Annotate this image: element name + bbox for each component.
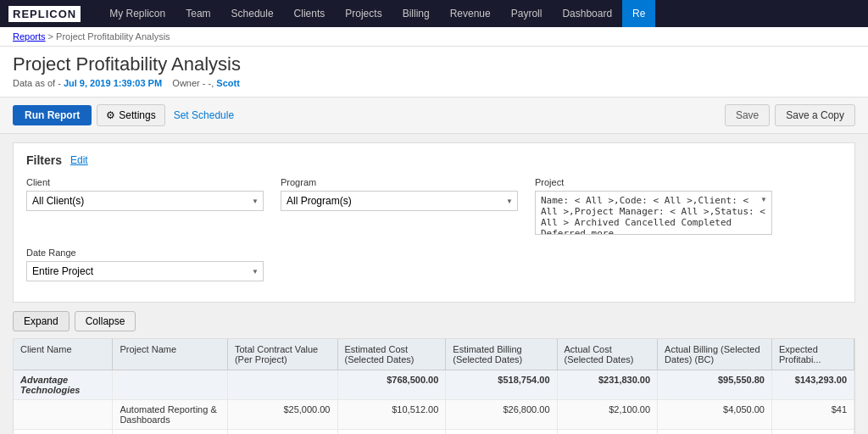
results-table-container: Client Name Project Name Total Contract …	[13, 338, 855, 434]
breadcrumb-current: Project Profitability Analysis	[56, 31, 170, 42]
col-client-name: Client Name	[14, 339, 113, 370]
filters-title: Filters	[26, 153, 62, 167]
cell-est-billing: $26,800.00	[446, 400, 557, 430]
logo-box: REPLICON	[8, 6, 81, 22]
meta-owner-separator: -,	[209, 78, 214, 88]
cell-client-name	[14, 430, 113, 435]
cell-project-name: Customer Billing System	[113, 430, 228, 435]
gear-icon: ⚙	[106, 109, 115, 121]
set-schedule-button[interactable]: Set Schedule	[170, 105, 237, 125]
nav-item-schedule[interactable]: Schedule	[221, 0, 284, 27]
nav-item-billing[interactable]: Billing	[392, 0, 440, 27]
page-title: Project Profitability Analysis	[13, 53, 855, 75]
cell-total-contract	[227, 370, 337, 400]
cell-est-cost: $768,500.00	[337, 370, 446, 400]
breadcrumb-separator: >	[48, 31, 56, 42]
cell-project-name	[113, 370, 228, 400]
table-body: Advantage Technologies $768,500.00 $518,…	[14, 370, 854, 435]
meta-owner: Scott	[216, 78, 240, 88]
date-range-select[interactable]: Entire Project	[26, 261, 264, 281]
nav-item-clients[interactable]: Clients	[284, 0, 336, 27]
cell-project-name: Automated Reporting & Dashboards	[113, 400, 228, 430]
filters-header: Filters Edit	[26, 153, 842, 167]
breadcrumb-parent[interactable]: Reports	[13, 31, 46, 42]
table-header-row: Client Name Project Name Total Contract …	[14, 339, 854, 370]
table-row: Automated Reporting & Dashboards $25,000…	[14, 400, 854, 430]
nav-items: My Replicon Team Schedule Clients Projec…	[99, 0, 868, 27]
nav-item-my-replicon[interactable]: My Replicon	[99, 0, 175, 27]
col-exp-profit: Expected Profitabi...	[771, 339, 854, 370]
nav-item-team[interactable]: Team	[175, 0, 220, 27]
date-range-label: Date Range	[26, 248, 264, 258]
collapse-button[interactable]: Collapse	[75, 311, 136, 331]
cell-est-billing: $518,754.00	[446, 370, 557, 400]
client-select[interactable]: All Client(s)	[26, 191, 264, 211]
cell-exp-profit: $143,293.00	[771, 370, 854, 400]
cell-client-name: Advantage Technologies	[14, 370, 113, 400]
cell-act-billing: $4,050.00	[658, 400, 772, 430]
program-select-wrapper: All Program(s)	[281, 191, 518, 211]
client-select-wrapper: All Client(s)	[26, 191, 264, 211]
cell-act-billing: $103,950.00	[658, 430, 772, 435]
nav-item-re[interactable]: Re	[622, 0, 655, 27]
program-filter: Program All Program(s)	[281, 177, 518, 211]
cell-exp-profit: $41	[771, 400, 854, 430]
meta-date: Jul 9, 2019 1:39:03 PM	[64, 78, 162, 88]
col-act-billing: Actual Billing (Selected Dates) (BC)	[658, 339, 772, 370]
nav-item-dashboard[interactable]: Dashboard	[552, 0, 622, 27]
cell-act-cost: $2,100.00	[557, 400, 658, 430]
filter-row-1: Client All Client(s) Program All Program…	[26, 177, 842, 237]
nav-item-projects[interactable]: Projects	[335, 0, 392, 27]
col-project-name: Project Name	[113, 339, 228, 370]
cell-exp-profit: $196	[771, 430, 854, 435]
date-range-select-wrapper: Entire Project	[26, 261, 264, 281]
breadcrumb: Reports > Project Profitability Analysis	[0, 27, 868, 47]
logo: REPLICON	[8, 6, 82, 22]
cell-act-cost: $61,755.00	[557, 430, 658, 435]
project-label: Project	[535, 177, 772, 187]
filters-section: Filters Edit Client All Client(s) Progra…	[13, 142, 855, 303]
toolbar-right: Save Save a Copy	[725, 104, 855, 126]
meta-prefix: Data as of -	[13, 78, 61, 88]
toolbar: Run Report ⚙ Settings Set Schedule Save …	[0, 97, 868, 134]
cell-act-billing: $95,550.80	[658, 370, 772, 400]
nav-item-payroll[interactable]: Payroll	[501, 0, 553, 27]
col-total-contract: Total Contract Value (Per Project)	[227, 339, 337, 370]
save-copy-button[interactable]: Save a Copy	[775, 104, 855, 126]
nav-item-revenue[interactable]: Revenue	[440, 0, 501, 27]
table-row: Customer Billing System $196,500.00 $0.0…	[14, 430, 854, 435]
cell-est-billing: $0.00	[446, 430, 557, 435]
cell-est-cost: $0.00	[337, 430, 446, 435]
toolbar-left: Run Report ⚙ Settings Set Schedule	[13, 104, 237, 126]
results-table: Client Name Project Name Total Contract …	[14, 339, 854, 434]
meta-owner-prefix: Owner -	[172, 78, 205, 88]
col-est-billing: Estimated Billing (Selected Dates)	[446, 339, 557, 370]
cell-client-name	[14, 400, 113, 430]
filters-edit-link[interactable]: Edit	[70, 154, 88, 166]
cell-total-contract: $25,000.00	[227, 400, 337, 430]
page-header: Project Profitability Analysis Data as o…	[0, 47, 868, 97]
filter-row-2: Date Range Entire Project	[26, 248, 842, 281]
client-label: Client	[26, 177, 264, 187]
settings-label: Settings	[119, 109, 155, 121]
date-range-filter: Date Range Entire Project	[26, 248, 264, 281]
program-select[interactable]: All Program(s)	[281, 191, 518, 211]
save-button[interactable]: Save	[725, 104, 770, 126]
cell-act-cost: $231,830.00	[557, 370, 658, 400]
program-label: Program	[281, 177, 518, 187]
table-row: Advantage Technologies $768,500.00 $518,…	[14, 370, 854, 400]
top-navigation: REPLICON My Replicon Team Schedule Clien…	[0, 0, 868, 27]
cell-total-contract: $196,500.00	[227, 430, 337, 435]
project-filter: Project Name: < All >,Code: < All >,Clie…	[535, 177, 772, 237]
page-meta: Data as of - Jul 9, 2019 1:39:03 PM Owne…	[13, 78, 855, 88]
col-est-cost: Estimated Cost (Selected Dates)	[337, 339, 446, 370]
cell-est-cost: $10,512.00	[337, 400, 446, 430]
run-report-button[interactable]: Run Report	[13, 105, 92, 125]
col-act-cost: Actual Cost (Selected Dates)	[557, 339, 658, 370]
settings-button[interactable]: ⚙ Settings	[97, 104, 164, 126]
expand-collapse-bar: Expand Collapse	[13, 311, 855, 331]
project-textarea[interactable]: Name: < All >,Code: < All >,Client: < Al…	[535, 191, 772, 235]
project-field-wrapper: Name: < All >,Code: < All >,Client: < Al…	[535, 191, 772, 237]
expand-button[interactable]: Expand	[13, 311, 70, 331]
client-filter: Client All Client(s)	[26, 177, 264, 211]
